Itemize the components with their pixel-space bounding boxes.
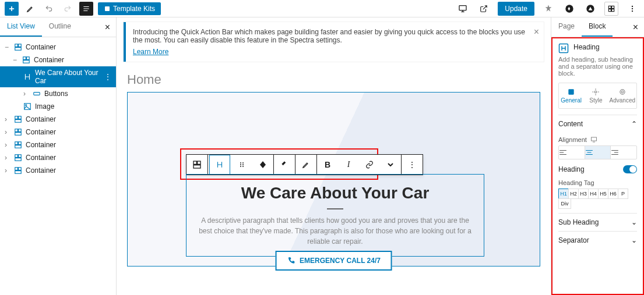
tree-item-container[interactable]: ›Container <box>0 138 116 151</box>
tag-div[interactable]: Div <box>558 198 571 209</box>
tag-h3[interactable]: H3 <box>578 189 589 199</box>
svg-point-47 <box>621 91 624 93</box>
svg-rect-32 <box>15 168 18 170</box>
align-center[interactable] <box>585 146 611 159</box>
svg-rect-26 <box>15 142 18 145</box>
tree-item-container[interactable]: −Container <box>0 41 116 54</box>
close-inspector[interactable]: × <box>627 17 644 37</box>
svg-rect-16 <box>23 61 30 63</box>
redo-button[interactable] <box>61 2 75 16</box>
tree-item-container[interactable]: ›Container <box>0 113 116 126</box>
cta-button[interactable]: EMERGENCY CALL 24/7 <box>275 251 392 271</box>
align-right[interactable] <box>611 146 636 159</box>
page-title[interactable]: Home <box>127 72 540 87</box>
more-menu-icon[interactable] <box>625 2 639 16</box>
svg-rect-17 <box>34 93 40 95</box>
external-link-icon[interactable] <box>477 2 491 16</box>
italic-button[interactable]: I <box>338 155 359 175</box>
svg-rect-27 <box>19 142 22 145</box>
svg-rect-20 <box>15 116 18 119</box>
content-panel[interactable]: Content⌃ <box>558 115 637 133</box>
align-left[interactable] <box>559 146 585 159</box>
subtab-general[interactable]: General <box>559 83 583 108</box>
block-description: Add heading, sub heading and a separator… <box>558 56 637 77</box>
svg-rect-1 <box>459 5 466 10</box>
learn-more-link[interactable]: Learn More <box>133 48 168 56</box>
plugin-icon-3[interactable] <box>583 2 597 16</box>
svg-rect-30 <box>19 155 22 158</box>
parent-block-button[interactable] <box>186 155 207 175</box>
list-view-toggle[interactable] <box>79 2 93 16</box>
tab-outline[interactable]: Outline <box>42 17 78 37</box>
tag-h6[interactable]: H6 <box>608 189 618 199</box>
heading-text[interactable]: We Care About Your Car <box>198 184 472 202</box>
more-icon[interactable]: ⋮ <box>104 73 111 81</box>
subtab-style[interactable]: Style <box>583 83 608 108</box>
tab-page[interactable]: Page <box>551 17 582 37</box>
page-canvas[interactable]: B I ⋮ We Care About Your Car A descripti… <box>127 92 540 266</box>
close-list-view[interactable]: × <box>99 17 116 37</box>
svg-rect-11 <box>15 44 18 47</box>
subheading-text[interactable]: A descriptive paragraph that tells clien… <box>198 215 472 247</box>
tab-block[interactable]: Block <box>582 17 613 37</box>
svg-rect-12 <box>19 44 22 47</box>
svg-point-40 <box>240 164 241 165</box>
tag-h5[interactable]: H5 <box>598 189 608 199</box>
svg-rect-7 <box>612 9 614 11</box>
svg-rect-21 <box>19 116 22 119</box>
container-icon <box>14 141 22 149</box>
undo-button[interactable] <box>42 2 56 16</box>
more-rich-text[interactable] <box>380 155 401 175</box>
tag-h2[interactable]: H2 <box>568 189 579 199</box>
drag-handle[interactable] <box>231 155 252 175</box>
add-block-button[interactable] <box>5 2 19 16</box>
update-button[interactable]: Update <box>498 2 534 16</box>
close-notice[interactable]: × <box>534 27 539 37</box>
container-icon <box>14 115 22 123</box>
svg-rect-33 <box>19 168 22 170</box>
heading-toggle[interactable] <box>623 165 637 173</box>
separator-panel[interactable]: Separator⌄ <box>558 231 637 249</box>
settings-icon[interactable] <box>604 2 618 16</box>
copy-style-button[interactable] <box>274 155 295 175</box>
tag-h4[interactable]: H4 <box>588 189 599 199</box>
svg-rect-36 <box>198 161 200 164</box>
heading-block[interactable]: We Care About Your Car A descriptive par… <box>186 174 484 257</box>
tree-item-heading[interactable]: We Care About Your Car⋮ <box>0 66 116 87</box>
image-icon <box>23 102 31 111</box>
tree-item-container[interactable]: −Container <box>0 54 116 66</box>
template-kits-button[interactable]: Template Kits <box>98 2 161 15</box>
responsive-icon[interactable] <box>590 136 597 143</box>
link-button[interactable] <box>359 155 380 175</box>
tree-item-container[interactable]: ›Container <box>0 164 116 177</box>
plugin-icon-1[interactable] <box>541 2 555 16</box>
svg-point-43 <box>242 166 244 167</box>
svg-rect-14 <box>23 57 26 60</box>
highlight-button[interactable] <box>295 155 316 175</box>
svg-point-39 <box>242 162 244 164</box>
tag-p[interactable]: P <box>618 189 628 199</box>
tab-list-view[interactable]: List View <box>0 17 42 37</box>
chevron-down-icon: ⌄ <box>631 218 637 226</box>
svg-point-41 <box>242 164 244 165</box>
sub-heading-panel[interactable]: Sub Heading⌄ <box>558 213 637 231</box>
tree-item-container[interactable]: ›Container <box>0 151 116 164</box>
svg-point-19 <box>26 105 27 106</box>
desktop-preview-icon[interactable] <box>456 2 470 16</box>
edit-icon[interactable] <box>23 2 37 16</box>
svg-point-9 <box>632 8 633 9</box>
tree-item-image[interactable]: Image <box>0 100 116 113</box>
subtab-advanced[interactable]: Advanced <box>608 83 636 108</box>
bold-button[interactable]: B <box>317 155 338 175</box>
plugin-icon-2[interactable] <box>562 2 576 16</box>
tree-item-buttons[interactable]: ›Buttons <box>0 87 116 100</box>
chevron-down-icon: ⌄ <box>631 236 637 244</box>
move-button[interactable] <box>252 155 273 175</box>
svg-rect-45 <box>568 89 573 94</box>
block-options[interactable]: ⋮ <box>402 155 423 175</box>
tag-h1[interactable]: H1 <box>558 189 569 199</box>
tree-item-container[interactable]: ›Container <box>0 126 116 138</box>
block-type-button[interactable] <box>209 155 230 175</box>
template-kits-label: Template Kits <box>113 5 155 13</box>
svg-rect-28 <box>15 145 22 148</box>
